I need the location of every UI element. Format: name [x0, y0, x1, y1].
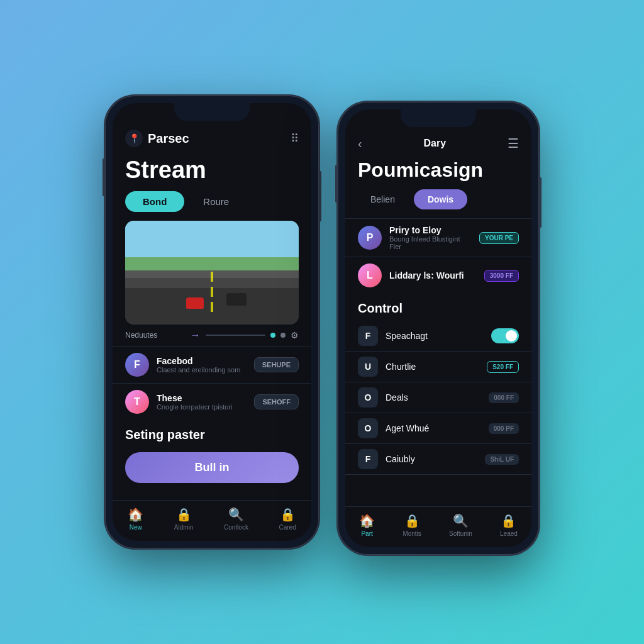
game-thumbnail [125, 221, 299, 325]
tabs-row-right: Belien Dowis [345, 189, 531, 209]
badge-s20ff: S20 FF [487, 361, 519, 373]
nav-label-montis: Montis [402, 530, 421, 537]
control-item-3: O Deals 000 FF [345, 382, 531, 413]
nav-label-leaed: Leaed [500, 530, 518, 537]
softunin-icon: 🔍 [453, 513, 469, 528]
tab-bond[interactable]: Bond [125, 191, 184, 212]
road-lines [211, 272, 213, 312]
nav-item-part[interactable]: 🏠 Part [359, 513, 375, 537]
control-icon-o1: O [358, 387, 378, 408]
action-btn-1[interactable]: SEHUPE [254, 357, 299, 372]
user-info-2: Liddary ls: Wourfi [389, 270, 477, 280]
car-red [186, 297, 204, 309]
controls-label: Neduutes [125, 331, 186, 340]
badge-3000ff: 3000 FF [484, 270, 519, 282]
car-black [226, 293, 247, 306]
stream-title: Stream [113, 153, 311, 191]
avatar-2: T [125, 390, 149, 414]
avatar-img-2: T [125, 390, 149, 414]
part-home-icon: 🏠 [359, 513, 375, 528]
friend-info-1: Facebod Claest and ereilonding som [157, 356, 247, 374]
slider-track[interactable] [206, 335, 266, 336]
nav-item-new[interactable]: 🏠 New [128, 507, 143, 531]
friend-name-1: Facebod [157, 356, 247, 366]
back-button[interactable]: ‹ [358, 136, 362, 151]
user-sub-1: Boung Inleed Blustigint Fler [389, 235, 472, 250]
badge-shiluf: ShiL UF [485, 454, 519, 465]
nav-item-admin[interactable]: 🔒 Aldmin [174, 507, 194, 531]
search-icon: 🔍 [228, 507, 244, 522]
friend-desc-2: Cnogle torrpatecr tpistori [157, 403, 247, 411]
control-section-title: Control [345, 294, 531, 321]
admin-icon: 🔒 [176, 507, 192, 522]
control-item-2: U Churtlie S20 FF [345, 352, 531, 382]
logo-area: 📍 Parsec [125, 130, 189, 147]
right-phone-screen: ‹ Dary ☰ Poumicasign Belien Dowis P Prir… [345, 109, 531, 547]
nav-label-contlock: Contlock [224, 524, 248, 531]
friend-desc-1: Claest and ereilonding som [157, 366, 247, 374]
left-phone: 📍 Parsec ⠿ Stream Bond Roure [105, 96, 319, 548]
avatar-1: F [125, 353, 149, 377]
menu-button[interactable]: ☰ [508, 136, 519, 151]
montis-icon: 🔒 [404, 513, 420, 528]
road-line [211, 302, 213, 312]
user-avatar-2: L [358, 264, 382, 287]
control-label-3: Deals [386, 392, 481, 402]
section-title: Seting paster [113, 420, 311, 447]
settings-icon[interactable]: ⚙ [291, 330, 299, 340]
tab-dowis[interactable]: Dowis [414, 189, 467, 209]
dot-green [270, 333, 275, 338]
big-button[interactable]: Bull in [125, 452, 299, 483]
friend-name-2: These [157, 393, 247, 403]
bottom-nav-right: 🏠 Part 🔒 Montis 🔍 Softunin 🔒 Leaed [345, 506, 531, 547]
user-name-2: Liddary ls: Wourfi [389, 270, 477, 280]
tab-belien[interactable]: Belien [358, 189, 408, 209]
badge-000ff: 000 FF [489, 392, 519, 403]
page-title-right: Poumicasign [345, 156, 531, 189]
tab-roure[interactable]: Roure [191, 191, 242, 212]
tabs-row: Bond Roure [113, 191, 311, 212]
control-icon-f2: F [358, 449, 378, 469]
control-label-1: Speachagt [386, 331, 484, 341]
road-line [211, 272, 213, 282]
control-item-4: O Aget Whué 000 PF [345, 413, 531, 444]
control-item-5: F Caiubly ShiL UF [345, 444, 531, 475]
cared-icon: 🔒 [280, 507, 296, 522]
friend-item-2: T These Cnogle torrpatecr tpistori SEHOF… [113, 383, 311, 420]
nav-item-montis[interactable]: 🔒 Montis [402, 513, 421, 537]
logo-icon: 📍 [125, 130, 143, 147]
control-icon-o2: O [358, 418, 378, 438]
friend-info-2: These Cnogle torrpatecr tpistori [157, 393, 247, 411]
control-icon-u: U [358, 357, 378, 377]
phones-container: 📍 Parsec ⠿ Stream Bond Roure [105, 89, 539, 555]
nav-item-leaed[interactable]: 🔒 Leaed [500, 513, 518, 537]
header-title: Dary [424, 138, 447, 149]
notch-left [174, 103, 250, 121]
control-icon-f1: F [358, 326, 378, 346]
user-avatar-1: P [358, 226, 382, 250]
nav-label-new: New [130, 524, 142, 531]
control-label-4: Aget Whué [386, 423, 481, 433]
nav-label-cared: Cared [279, 524, 296, 531]
nav-item-contlock[interactable]: 🔍 Contlock [224, 507, 248, 531]
nav-label-softunin: Softunin [449, 530, 472, 537]
badge-your-pe: YOUR PE [479, 232, 519, 244]
road-scene [125, 221, 299, 325]
user-row-1: P Priry to Eloy Boung Inleed Blustigint … [345, 218, 531, 257]
leaed-icon: 🔒 [501, 513, 516, 528]
badge-000pf: 000 PF [489, 423, 519, 434]
control-item-1: F Speachagt [345, 321, 531, 352]
user-avatar-img-2: L [358, 264, 382, 287]
nav-item-softunin[interactable]: 🔍 Softunin [449, 513, 472, 537]
home-icon-active: 🏠 [128, 507, 143, 522]
notch-right [401, 109, 476, 127]
toggle-speachagt[interactable] [491, 328, 519, 343]
grid-icon[interactable]: ⠿ [291, 131, 299, 145]
avatar-img-1: F [125, 353, 149, 377]
right-phone: ‹ Dary ☰ Poumicasign Belien Dowis P Prir… [338, 102, 539, 555]
friend-item-1: F Facebod Claest and ereilonding som SEH… [113, 346, 311, 383]
nav-item-cared[interactable]: 🔒 Cared [279, 507, 296, 531]
arrow-icon: → [191, 330, 201, 341]
action-btn-2[interactable]: SEHOFF [254, 394, 299, 409]
user-info-1: Priry to Eloy Boung Inleed Blustigint Fl… [389, 225, 472, 250]
